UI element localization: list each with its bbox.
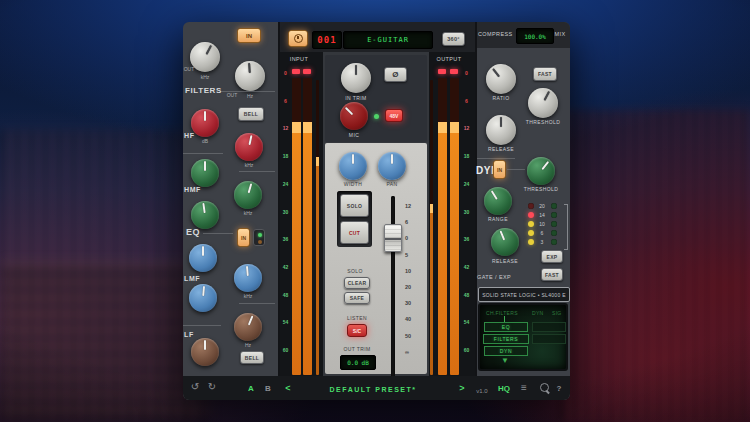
routing-block-eq[interactable]: EQ	[484, 322, 528, 332]
phase-button[interactable]: Ø	[384, 67, 407, 82]
in-trim-knob[interactable]	[341, 63, 371, 93]
preset-name[interactable]: DEFAULT PRESET*	[303, 383, 443, 397]
meter-scale-label: 18	[461, 153, 472, 159]
solo-safe-button[interactable]: SAFE	[344, 292, 370, 304]
hmf-freq-unit: kHz	[234, 210, 262, 216]
gate-threshold-label: THRESHOLD	[517, 186, 565, 192]
gr-meter: 20141063	[528, 203, 563, 251]
undo-icon[interactable]: ↺	[188, 380, 202, 394]
routing-screen[interactable]: CH.FILTERS DYN SIG EQ FILTERS DYN ▼	[478, 303, 568, 371]
gate-exp-label: GATE / EXP	[477, 274, 527, 280]
ratio-knob[interactable]	[486, 64, 516, 94]
meter-scale-label: 0	[461, 70, 472, 76]
gate-led-green	[551, 203, 557, 209]
hmf-gain-knob[interactable]	[191, 159, 219, 187]
routing-header-dyn: DYN	[532, 310, 543, 316]
preset-next-button[interactable]: >	[457, 381, 467, 395]
pan-knob[interactable]	[378, 152, 406, 180]
fader-handle[interactable]	[384, 224, 402, 252]
gr-led-amber	[528, 203, 534, 209]
fader-scale-label: 20	[405, 284, 419, 290]
hq-toggle[interactable]: HQ	[496, 382, 512, 396]
clock-icon	[294, 34, 303, 43]
cut-button[interactable]: CUT	[340, 221, 369, 244]
fader-scale-label: 50	[405, 333, 419, 339]
solo-button[interactable]: SOLO	[340, 194, 369, 217]
comp-fast-button[interactable]: FAST	[533, 67, 557, 81]
hf-freq-knob[interactable]	[235, 133, 263, 161]
lmf-q-knob[interactable]	[189, 284, 217, 312]
output-meter-bar-left	[438, 78, 447, 375]
comp-threshold-knob[interactable]	[528, 88, 558, 118]
preset-prev-button[interactable]: <	[283, 381, 293, 395]
hf-gain-knob[interactable]	[191, 109, 219, 137]
lf-band-label: LF	[184, 331, 194, 338]
listen-sc-button[interactable]: S/C	[347, 324, 367, 337]
solo-clear-button[interactable]: CLEAR	[344, 277, 370, 289]
hmf-freq-knob[interactable]	[234, 181, 262, 209]
lmf-freq-knob[interactable]	[234, 264, 262, 292]
pan-label: PAN	[378, 181, 406, 187]
desktop: IN OUT kHz OUT Hz FILTERS BELL dB HF kHz…	[0, 0, 750, 422]
lf-freq-knob[interactable]	[234, 313, 262, 341]
mic-label: MIC	[340, 132, 368, 138]
fader-scale-label: ∞	[405, 349, 419, 355]
mic-gain-knob[interactable]	[340, 102, 368, 130]
dyn-sc-button[interactable]	[253, 229, 265, 246]
hpf-knob[interactable]	[235, 61, 265, 91]
exp-button[interactable]: EXP	[541, 250, 563, 263]
mic-led	[374, 114, 379, 119]
ratio-label: RATIO	[486, 95, 516, 101]
output-meter-label: OUTPUT	[431, 56, 467, 62]
meter-scale-label: 36	[280, 236, 291, 242]
phantom-48v-button[interactable]: 48V	[385, 109, 403, 122]
lf-bell-button[interactable]: BELL	[240, 351, 264, 364]
power-button[interactable]	[288, 30, 308, 47]
bottom-bar: ↺ ↻ A B < DEFAULT PRESET* > v1.0 HQ ≡ ?	[183, 376, 570, 400]
routing-header-filters: CH.FILTERS	[486, 310, 518, 316]
band-divider	[183, 153, 223, 154]
lmf-gain-knob[interactable]	[189, 244, 217, 272]
redo-icon[interactable]: ↻	[205, 380, 219, 394]
band-divider	[239, 171, 275, 172]
dyn-in-button[interactable]: IN	[493, 160, 506, 179]
lmf-band-label: LMF	[184, 275, 200, 282]
eq-in-button[interactable]: IN	[237, 228, 250, 247]
gr-led-amber	[528, 239, 534, 245]
ab-compare-a[interactable]: A	[245, 382, 257, 396]
width-knob[interactable]	[339, 152, 367, 180]
gate-threshold-knob[interactable]	[527, 157, 555, 185]
out-trim-label: OUT TRIM	[339, 346, 375, 352]
width-label: WIDTH	[335, 181, 371, 187]
hf-band-label: HF	[184, 132, 195, 139]
comp-release-knob[interactable]	[486, 115, 516, 145]
dyn-sc-orange-led	[258, 240, 262, 244]
meter-scale-label: 12	[461, 125, 472, 131]
meter-scale-label: 54	[461, 319, 472, 325]
menu-icon[interactable]: ≡	[518, 381, 530, 395]
gate-release-knob[interactable]	[491, 228, 519, 256]
gate-fast-button[interactable]: FAST	[541, 268, 563, 281]
gr-led-amber	[528, 221, 534, 227]
range-knob[interactable]	[484, 187, 512, 215]
gate-led-green	[551, 221, 557, 227]
hf-bell-button[interactable]: BELL	[238, 107, 264, 121]
lf-gain-knob[interactable]	[191, 338, 219, 366]
magnifier-icon[interactable]	[540, 383, 549, 392]
routing-block-dyn[interactable]: DYN	[484, 346, 528, 356]
ab-compare-b[interactable]: B	[262, 382, 274, 396]
gr-scale-label: 20	[536, 203, 548, 209]
routing-block-filters[interactable]: FILTERS	[483, 334, 529, 344]
meter-scale-label: 36	[461, 236, 472, 242]
help-icon[interactable]: ?	[554, 382, 564, 396]
comp-release-label: RELEASE	[486, 146, 516, 152]
fader-scale-label: 10	[405, 268, 419, 274]
solo-group-title: SOLO	[341, 268, 369, 274]
filters-in-button[interactable]: IN	[237, 28, 261, 43]
meter-scale-label: 12	[280, 125, 291, 131]
ssl360-link-button[interactable]: 360°	[442, 32, 465, 46]
routing-header-sig: SIG	[552, 310, 562, 316]
hf-gain-unit: dB	[191, 138, 219, 144]
meter-scale-label: 30	[280, 209, 291, 215]
hmf-q-knob[interactable]	[191, 201, 219, 229]
